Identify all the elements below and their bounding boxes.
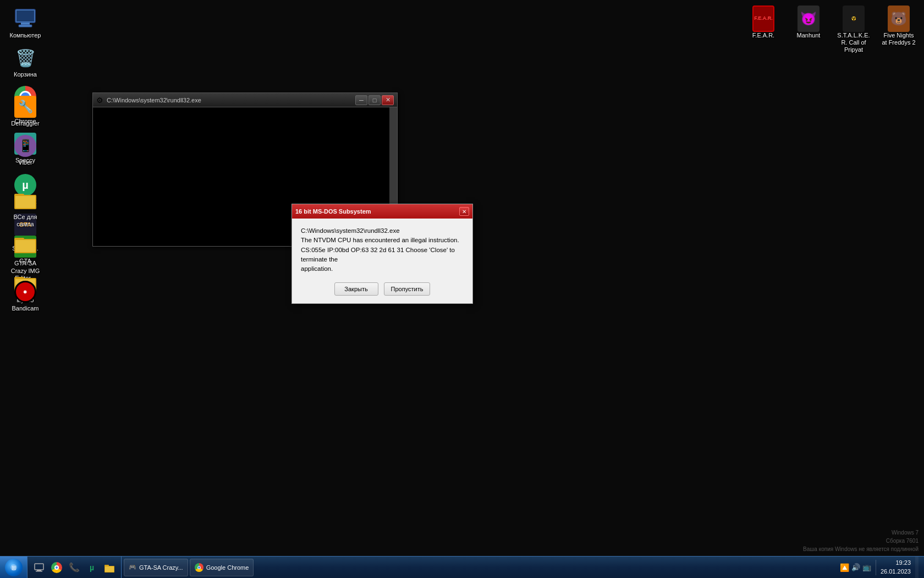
show-desktop-strip[interactable]	[915, 557, 919, 579]
start-orb: ⊞	[5, 559, 23, 576]
svg-rect-20	[105, 566, 114, 572]
taskbar-show-desktop-button[interactable]	[31, 559, 47, 576]
clock-date: 26.01.2023	[881, 568, 911, 576]
gta-label: GTA	[19, 258, 31, 265]
error-msg-line2: The NTVDM CPU has encountered an illegal…	[301, 237, 459, 243]
activation-watermark: Windows 7 Сборка 7601 Ваша копия Windows…	[803, 528, 919, 553]
error-skip-button[interactable]: Пропустить	[384, 282, 431, 296]
computer-label: Компьютер	[10, 32, 41, 39]
fnaf-label: Five Nights at Freddys 2	[881, 32, 916, 46]
taskbar-app-chrome[interactable]: Google Chrome	[190, 559, 254, 576]
desktop-icon-stalker[interactable]: ☢️ S.T.A.L.K.E.R. Call of Pripyat	[834, 6, 873, 56]
error-msg-line4: application.	[301, 265, 333, 272]
desktop-icon-fear[interactable]: F.E.A.R. F.E.A.R.	[744, 6, 783, 56]
defraggler-label: Defraggler	[11, 120, 39, 127]
tray-divider	[876, 560, 876, 575]
svg-text:⊞: ⊞	[12, 565, 16, 571]
taskbar-app-gta-icon: 🎮	[129, 564, 136, 571]
taskbar-explorer-button[interactable]	[101, 559, 118, 576]
desktop-icon-bandicam-wrap: ⏺ Bandicam	[6, 279, 45, 314]
fear-label: F.E.A.R.	[752, 32, 774, 39]
defraggler-icon-img: 🔧	[14, 96, 36, 118]
tray-icons: 🔼 🔊 📺	[840, 563, 871, 572]
desktop: Компьютер 🗑️ Корзина Google Chrome S Spe…	[0, 0, 924, 578]
taskbar-clock[interactable]: 19:23 26.01.2023	[881, 559, 911, 576]
error-msg-line3: CS:055e IP:00bd OP:63 32 2d 61 31 Choose…	[301, 247, 455, 263]
viber-label: Viber	[18, 159, 32, 166]
error-dialog-buttons: Закрыть Пропустить	[301, 282, 464, 296]
desktop-icon-computer[interactable]: Компьютер	[6, 6, 45, 41]
error-close-button[interactable]: Закрыть	[334, 282, 378, 296]
recycle-icon: 🗑️	[14, 47, 36, 69]
bandicam-label: Bandicam	[12, 305, 39, 312]
desktop-icon-fnaf[interactable]: 🐻 Five Nights at Freddys 2	[879, 6, 919, 56]
error-message: C:\Windows\system32\rundll32.exe The NTV…	[301, 226, 464, 274]
error-body: C:\Windows\system32\rundll32.exe The NTV…	[292, 219, 472, 303]
svg-rect-16	[37, 570, 41, 571]
error-title-text: 16 bit MS-DOS Subsystem	[295, 208, 456, 215]
rundll32-close-button[interactable]: ✕	[382, 95, 394, 105]
desktop-icon-manhunt[interactable]: 😈 Manhunt	[789, 6, 828, 56]
desktop-icon-recycle[interactable]: 🗑️ Корзина	[6, 45, 45, 80]
tray-display-icon[interactable]: 📺	[862, 563, 871, 571]
stalker-label: S.T.A.L.K.E.R. Call of Pripyat	[836, 32, 871, 54]
tray-volume-icon[interactable]: 🔊	[851, 563, 860, 571]
start-button[interactable]: ⊞	[0, 557, 28, 579]
msdos-error-dialog[interactable]: 16 bit MS-DOS Subsystem ✕ C:\Windows\sys…	[292, 204, 473, 304]
rundll32-titlebar[interactable]: ⚙ C:\Windows\system32\rundll32.exe ─ □ ✕	[93, 93, 397, 107]
error-titlebar[interactable]: 16 bit MS-DOS Subsystem ✕	[292, 204, 472, 219]
desktop-icon-viber[interactable]: 📱 Viber	[6, 133, 45, 168]
stalker-icon-img: ☢️	[843, 8, 865, 30]
svg-rect-17	[36, 571, 42, 572]
fnaf-icon-img: 🐻	[888, 8, 910, 30]
rundll32-title-text: C:\Windows\system32\rundll32.exe	[107, 97, 352, 103]
taskbar: ⊞ 📞 µ	[0, 556, 924, 578]
error-dialog-close-button[interactable]: ✕	[459, 207, 469, 216]
activation-line2: Сборка 7601	[803, 537, 919, 545]
manhunt-label: Manhunt	[797, 32, 821, 39]
viber-icon-img: 📱	[14, 135, 36, 157]
svg-rect-3	[19, 25, 32, 27]
rundll32-title-icon: ⚙	[96, 96, 103, 105]
rundll32-maximize-button[interactable]: □	[369, 95, 381, 105]
taskbar-quicklaunch: 📞 µ	[28, 557, 122, 578]
taskbar-utorrent-button[interactable]: µ	[84, 559, 100, 576]
rundll32-window-controls: ─ □ ✕	[355, 95, 394, 105]
taskbar-app-gta[interactable]: 🎮 GTA-SA Crazy...	[124, 559, 188, 576]
taskbar-viber-button[interactable]: 📞	[66, 559, 82, 576]
rundll32-minimize-button[interactable]: ─	[355, 95, 367, 105]
svg-rect-2	[21, 23, 30, 25]
manhunt-icon-img: 😈	[798, 8, 820, 30]
recycle-label: Корзина	[14, 71, 37, 78]
desktop-icon-gta[interactable]: GTA	[6, 231, 45, 267]
clock-time: 19:23	[881, 559, 911, 567]
activation-line3: Ваша копия Windows не является подлинной	[803, 545, 919, 553]
taskbar-chrome-label: Google Chrome	[206, 564, 249, 571]
desktop-icon-vsesampa[interactable]: ВСе для сампа	[6, 187, 45, 230]
svg-rect-15	[35, 564, 43, 570]
vsesampa-icon	[14, 189, 36, 211]
error-msg-line1: C:\Windows\system32\rundll32.exe	[301, 227, 400, 234]
fear-icon-img: F.E.A.R.	[752, 8, 774, 30]
bandicam-icon-img: ⏺	[14, 281, 36, 303]
taskbar-chrome-button[interactable]	[48, 559, 65, 576]
tray-expand-icon[interactable]: 🔼	[840, 563, 849, 572]
gta-folder-icon	[14, 233, 36, 255]
taskbar-apps: 🎮 GTA-SA Crazy... Google Chrome	[122, 557, 834, 578]
taskbar-app-gta-label: GTA-SA Crazy...	[139, 564, 183, 571]
svg-rect-6	[15, 196, 35, 208]
taskbar-tray: 🔼 🔊 📺 19:23 26.01.2023	[834, 557, 924, 578]
svg-rect-1	[16, 10, 34, 21]
computer-icon	[14, 8, 36, 30]
activation-line1: Windows 7	[803, 528, 919, 537]
desktop-icons-right: F.E.A.R. F.E.A.R. 😈 Manhunt ☢️ S.T.A.L.K…	[744, 6, 919, 56]
desktop-icon-bandicam[interactable]: ⏺ Bandicam	[6, 279, 45, 314]
desktop-icon-defraggler[interactable]: 🔧 Defraggler	[6, 94, 45, 129]
svg-rect-9	[15, 240, 35, 252]
vsesampa-label: ВСе для сампа	[8, 214, 43, 228]
